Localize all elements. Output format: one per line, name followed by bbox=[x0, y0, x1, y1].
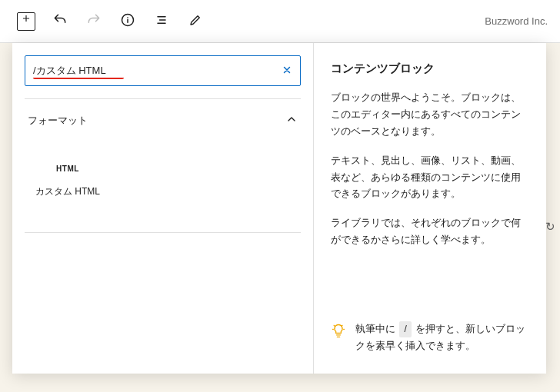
pencil-icon bbox=[188, 13, 202, 29]
redo-icon bbox=[86, 12, 102, 30]
redo-button[interactable] bbox=[80, 8, 108, 35]
topbar: Buzzword Inc. bbox=[0, 0, 560, 43]
tip-box: 執筆中に / を押すと、新しいブロックを素早く挿入できます。 bbox=[331, 321, 529, 355]
outline-button[interactable] bbox=[148, 8, 175, 35]
plus-icon bbox=[17, 12, 35, 31]
inserter-left: /カスタム HTML フォーマット HTML カスタム HTML bbox=[12, 43, 314, 374]
undo-icon bbox=[52, 12, 68, 30]
tip-text: 執筆中に / を押すと、新しいブロックを素早く挿入できます。 bbox=[355, 321, 529, 355]
brand-label: Buzzword Inc. bbox=[485, 15, 548, 27]
add-block-button[interactable] bbox=[12, 8, 40, 35]
info-icon bbox=[120, 12, 135, 30]
tip-key: / bbox=[399, 321, 411, 337]
info-paragraph: テキスト、見出し、画像、リスト、動画、表など、あらゆる種類のコンテンツに使用でき… bbox=[331, 153, 529, 204]
block-item-custom-html[interactable]: HTML カスタム HTML bbox=[25, 146, 111, 217]
tip-before: 執筆中に bbox=[355, 324, 395, 334]
bulb-icon bbox=[331, 323, 346, 342]
close-icon bbox=[282, 65, 292, 75]
search-input-text: /カスタム HTML bbox=[33, 64, 282, 78]
topbar-tools bbox=[12, 8, 209, 35]
divider bbox=[25, 232, 301, 233]
info-paragraph: ライブラリでは、それぞれのブロックで何ができるかさらに詳しく学べます。 bbox=[331, 215, 529, 249]
spellcheck-underline bbox=[33, 78, 124, 79]
chevron-up-icon bbox=[285, 113, 298, 128]
block-inserter-panel: /カスタム HTML フォーマット HTML カスタム HTML コンテンツブロ… bbox=[12, 43, 546, 374]
refresh-icon: ↻ bbox=[545, 220, 555, 234]
inserter-right: コンテンツブロック ブロックの世界へようこそ。ブロックは、このエディター内にある… bbox=[314, 43, 546, 374]
search-input[interactable]: /カスタム HTML bbox=[25, 55, 301, 86]
html-icon: HTML bbox=[56, 164, 79, 173]
undo-button[interactable] bbox=[46, 8, 74, 35]
edit-button[interactable] bbox=[182, 8, 209, 35]
category-title: フォーマット bbox=[28, 114, 88, 128]
block-label: カスタム HTML bbox=[35, 185, 100, 198]
category-header-format[interactable]: フォーマット bbox=[12, 99, 313, 140]
info-button[interactable] bbox=[114, 8, 142, 35]
search-wrap: /カスタム HTML bbox=[12, 43, 313, 98]
block-grid: HTML カスタム HTML bbox=[12, 140, 313, 232]
list-icon bbox=[154, 12, 169, 30]
clear-search-button[interactable] bbox=[282, 63, 292, 79]
info-title: コンテンツブロック bbox=[331, 61, 529, 76]
info-paragraph: ブロックの世界へようこそ。ブロックは、このエディター内にあるすべてのコンテンツの… bbox=[331, 90, 529, 141]
